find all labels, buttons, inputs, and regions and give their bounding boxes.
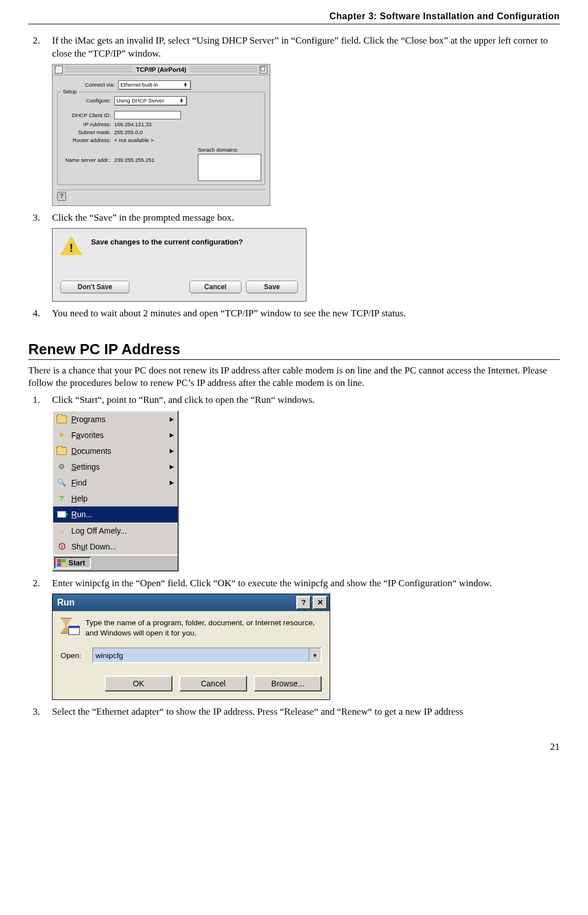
- start-menu: Programs ▶ ★ Favorites ▶ Documents ▶ ⚙ S…: [52, 410, 179, 572]
- select-arrows-icon: ▲▼: [183, 83, 188, 87]
- step-number: 2.: [28, 35, 52, 61]
- submenu-arrow-icon: ▶: [170, 448, 174, 454]
- programs-icon: [57, 414, 67, 424]
- titlebar-texture: [163, 66, 257, 73]
- taskbar: Start: [53, 555, 178, 570]
- search-domains-field[interactable]: [198, 154, 261, 181]
- warning-icon: !: [60, 237, 82, 256]
- menu-label: Find: [71, 478, 87, 487]
- windows-flag-icon: [57, 559, 66, 567]
- find-icon: 🔍: [57, 478, 67, 488]
- section-heading: Renew PC IP Address: [28, 341, 560, 358]
- open-input[interactable]: [93, 648, 309, 662]
- page-number: 21: [28, 741, 560, 753]
- step-number: 3.: [28, 706, 52, 719]
- menu-item-help[interactable]: ? Help: [53, 491, 178, 506]
- run-icon: [57, 509, 67, 519]
- setup-fieldset: Setup Configure: Using DHCP Server ▲▼ DH…: [57, 92, 265, 185]
- open-combobox[interactable]: ▼: [92, 647, 322, 663]
- zoom-box[interactable]: [260, 66, 267, 74]
- menu-item-documents[interactable]: Documents ▶: [53, 443, 178, 459]
- menu-item-shutdown[interactable]: ⏼ Shut Down...: [53, 539, 178, 555]
- save-changes-dialog: ! Save changes to the current configurat…: [52, 228, 306, 302]
- menu-label: Favorites: [71, 431, 104, 440]
- dhcp-client-input[interactable]: [114, 111, 181, 119]
- submenu-arrow-icon: ▶: [170, 432, 174, 438]
- menu-label: Programs: [71, 415, 106, 424]
- section-rule: [28, 359, 560, 360]
- titlebar-texture: [65, 66, 159, 73]
- menu-label: Documents: [71, 446, 111, 456]
- setup-legend: Setup: [61, 88, 79, 94]
- step-a3: 3. Click the “Save” in the prompted mess…: [28, 212, 560, 225]
- step-number: 1.: [28, 394, 52, 407]
- step-b2: 2. Enter winipcfg in the “Open“ field. C…: [28, 577, 560, 590]
- start-label: Start: [68, 559, 85, 567]
- menu-item-logoff[interactable]: ⌂ Log Off Amely...: [53, 522, 178, 539]
- chapter-header: Chapter 3: Software Installation and Con…: [28, 11, 560, 22]
- step-number: 2.: [28, 577, 52, 590]
- help-icon[interactable]: ?: [57, 192, 66, 201]
- configure-select[interactable]: Using DHCP Server ▲▼: [114, 96, 187, 105]
- nameserver-label: Name server addr.:: [61, 157, 114, 163]
- cancel-button[interactable]: Cancel: [189, 281, 241, 293]
- open-label: Open:: [60, 651, 92, 660]
- start-button[interactable]: Start: [54, 557, 91, 569]
- configure-value: Using DHCP Server: [116, 97, 164, 104]
- submenu-arrow-icon: ▶: [170, 416, 174, 422]
- shutdown-icon: ⏼: [57, 542, 67, 552]
- menu-item-run[interactable]: Run...: [53, 506, 178, 522]
- help-icon: ?: [57, 493, 67, 504]
- titlebar-help-button[interactable]: ?: [296, 596, 311, 609]
- menu-item-find[interactable]: 🔍 Find ▶: [53, 475, 178, 491]
- search-domains-label: Serach domains:: [198, 147, 261, 153]
- menu-item-favorites[interactable]: ★ Favorites ▶: [53, 427, 178, 443]
- ip-address-label: IP Address:: [61, 121, 114, 127]
- router-value: < not available >: [114, 137, 154, 143]
- mac-titlebar: TCP/IP (AirPort4): [53, 65, 270, 75]
- dhcp-client-label: DHCP Client ID:: [61, 112, 114, 118]
- menu-label: Help: [71, 494, 88, 503]
- connect-via-label: Connect via:: [57, 81, 118, 88]
- router-label: Router address:: [61, 137, 114, 143]
- step-text: Click “Start“, point to “Run“, and click…: [52, 394, 560, 407]
- step-text: If the iMac gets an invalid IP, select “…: [52, 35, 560, 61]
- step-b3: 3. Select the “Ethernet adapter“ to show…: [28, 706, 560, 719]
- connect-via-select[interactable]: Ethernet built-in ▲▼: [118, 80, 191, 89]
- run-dialog-icon: [60, 618, 79, 634]
- ok-button[interactable]: OK: [105, 676, 172, 691]
- step-b1: 1. Click “Start“, point to “Run“, and cl…: [28, 394, 560, 407]
- step-text: Select the “Ethernet adapter“ to show th…: [52, 706, 560, 719]
- step-a4: 4. You need to wait about 2 minutes and …: [28, 307, 560, 320]
- menu-item-programs[interactable]: Programs ▶: [53, 411, 178, 427]
- nameserver-value: 239.255.255.251: [114, 157, 154, 163]
- subnet-label: Subnet mask:: [61, 129, 114, 135]
- dropdown-arrow-icon[interactable]: ▼: [309, 648, 321, 662]
- connect-via-value: Ethernet built-in: [120, 81, 158, 88]
- menu-label: Run...: [71, 510, 92, 519]
- run-dialog: Run ? ✕ Type the name of a program, fold…: [52, 594, 330, 700]
- run-description: Type the name of a program, folder, docu…: [85, 618, 322, 638]
- section-intro: There is a chance that your PC does not …: [28, 364, 560, 389]
- menu-item-settings[interactable]: ⚙ Settings ▶: [53, 459, 178, 475]
- header-rule: [28, 24, 560, 24]
- menu-label: Settings: [71, 462, 100, 471]
- documents-icon: [57, 446, 67, 456]
- step-number: 3.: [28, 212, 52, 225]
- menu-label: Log Off Amely...: [71, 526, 127, 535]
- logoff-icon: ⌂: [57, 526, 67, 536]
- mac-tcpip-window: TCP/IP (AirPort4) Connect via: Ethernet …: [52, 64, 270, 206]
- close-box[interactable]: [55, 66, 63, 74]
- step-number: 4.: [28, 307, 52, 320]
- titlebar-close-button[interactable]: ✕: [313, 596, 327, 609]
- step-a2: 2. If the iMac gets an invalid IP, selec…: [28, 35, 560, 61]
- run-title-text: Run: [57, 598, 75, 608]
- dont-save-button[interactable]: Don't Save: [60, 281, 129, 293]
- dialog-message: Save changes to the current configuratio…: [91, 237, 243, 246]
- subnet-value: 255.255.0.0: [114, 129, 142, 135]
- menu-label: Shut Down...: [71, 542, 116, 551]
- submenu-arrow-icon: ▶: [170, 463, 174, 470]
- browse-button[interactable]: Browse...: [254, 676, 322, 691]
- save-button[interactable]: Save: [246, 281, 298, 293]
- cancel-button[interactable]: Cancel: [179, 676, 247, 691]
